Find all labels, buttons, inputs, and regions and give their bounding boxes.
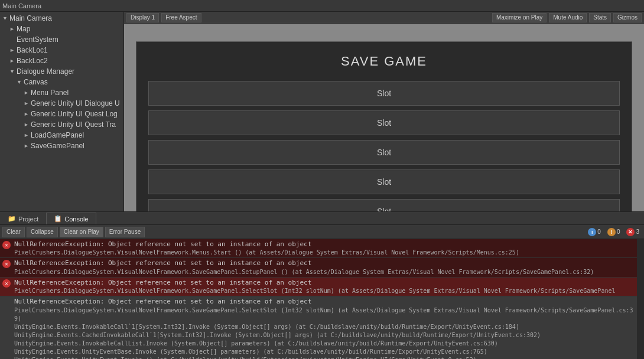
game-view-panel: Display 1 Free Aspect Maximize on Play M… xyxy=(124,12,644,211)
main-area: ▼ Main Camera ► Map EventSystem ► BackLo… xyxy=(0,12,644,211)
warn-badge: ! 0 xyxy=(605,228,623,236)
error-badge: ✕ 3 xyxy=(624,228,642,236)
sidebar-item-main-camera[interactable]: ▼ Main Camera xyxy=(0,13,123,24)
expand-icon: ► xyxy=(24,100,31,106)
slot-button-4[interactable]: Slot xyxy=(148,169,620,194)
error-count: 3 xyxy=(636,229,639,235)
slot-button-2[interactable]: Slot xyxy=(148,110,620,135)
hierarchy-panel: ▼ Main Camera ► Map EventSystem ► BackLo… xyxy=(0,12,124,211)
stats-button[interactable]: Stats xyxy=(589,13,611,22)
top-bar: Main Camera xyxy=(0,0,644,12)
error-badge-icon: ✕ xyxy=(626,228,635,236)
game-view-toolbar: Display 1 Free Aspect Maximize on Play M… xyxy=(124,12,644,24)
collapse-button[interactable]: Collapse xyxy=(27,227,58,237)
sidebar-item-label: BackLoc2 xyxy=(17,57,48,65)
expand-icon: ► xyxy=(24,90,31,96)
slot-button-1[interactable]: Slot xyxy=(148,81,620,106)
sidebar-item-menu-panel[interactable]: ► Menu Panel xyxy=(0,87,123,98)
sidebar-item-label: SaveGamePanel xyxy=(31,142,84,150)
save-game-panel: SAVE GAME Slot Slot Slot Slot Slot Back xyxy=(136,41,632,211)
sidebar-item-backloc2[interactable]: ► BackLoc2 xyxy=(0,56,123,66)
expand-icon: ► xyxy=(9,58,17,64)
sidebar-item-label: Canvas xyxy=(24,78,48,86)
console-output: ✕ NullReferenceException: Object referen… xyxy=(0,239,637,359)
project-icon: 📁 xyxy=(8,215,16,223)
hierarchy-tree: ▼ Main Camera ► Map EventSystem ► BackLo… xyxy=(0,12,123,211)
gizmos-button[interactable]: Gizmos xyxy=(613,13,642,22)
console-toolbar: Clear Collapse Clear on Play Error Pause… xyxy=(0,225,644,239)
display-button[interactable]: Display 1 xyxy=(126,13,159,22)
sidebar-item-label: Generic Unity UI Quest Log xyxy=(31,110,118,118)
info-badge: i 0 xyxy=(586,228,603,236)
sidebar-item-label: Main Camera xyxy=(9,14,52,22)
tab-project[interactable]: 📁 Project xyxy=(0,213,46,224)
sidebar-item-save-game-panel[interactable]: ► SaveGamePanel xyxy=(0,141,123,151)
clear-button[interactable]: Clear xyxy=(2,227,25,237)
expand-icon: ▼ xyxy=(2,15,9,21)
expand-icon: ► xyxy=(9,26,17,32)
info-count: 0 xyxy=(597,229,601,235)
sidebar-item-label: Dialogue Manager xyxy=(17,67,74,76)
game-area: SAVE GAME Slot Slot Slot Slot Slot Back xyxy=(124,24,644,211)
sidebar-item-generic-dialogue[interactable]: ► Generic Unity UI Dialogue U xyxy=(0,98,123,109)
sidebar-item-label: Generic Unity UI Quest Tra xyxy=(31,120,116,129)
sidebar-item-backloc1[interactable]: ► BackLoc1 xyxy=(0,45,123,56)
expand-icon: ► xyxy=(24,132,31,138)
console-line-4[interactable]: NullReferenceException: Object reference… xyxy=(0,296,637,359)
expand-icon: ► xyxy=(24,122,31,128)
tab-project-label: Project xyxy=(18,216,38,223)
expand-icon: ▼ xyxy=(17,79,24,85)
error-pause-button[interactable]: Error Pause xyxy=(105,227,145,237)
slot-button-5[interactable]: Slot xyxy=(148,199,620,211)
console-line-3[interactable]: ✕ NullReferenceException: Object referen… xyxy=(0,278,637,296)
error-icon-2: ✕ xyxy=(2,260,12,268)
sidebar-item-eventsystem[interactable]: EventSystem xyxy=(0,34,123,45)
expand-icon: ▼ xyxy=(9,68,17,74)
console-line-2[interactable]: ✕ NullReferenceException: Object referen… xyxy=(0,258,637,277)
sidebar-item-label: EventSystem xyxy=(17,35,58,44)
save-game-title: SAVE GAME xyxy=(148,54,620,69)
sidebar-item-map[interactable]: ► Map xyxy=(0,24,123,34)
bottom-tabs: 📁 Project 📋 Console xyxy=(0,212,644,225)
sidebar-item-label: Menu Panel xyxy=(31,89,69,97)
scrollbar[interactable] xyxy=(637,239,644,359)
warn-count: 0 xyxy=(617,229,620,235)
error-icon-1: ✕ xyxy=(2,241,12,249)
sidebar-item-load-game-panel[interactable]: ► LoadGamePanel xyxy=(0,130,123,141)
slot-button-3[interactable]: Slot xyxy=(148,140,620,165)
sidebar-item-label: Map xyxy=(17,25,30,33)
main-camera-label: Main Camera xyxy=(2,2,41,9)
expand-icon xyxy=(9,37,17,43)
console-icon: 📋 xyxy=(54,215,62,223)
bottom-panel: 📁 Project 📋 Console Clear Collapse Clear… xyxy=(0,211,644,359)
tab-console-label: Console xyxy=(64,216,88,223)
sidebar-item-label: Generic Unity UI Dialogue U xyxy=(31,99,120,107)
info-badge-icon: i xyxy=(588,228,596,236)
console-text-3: NullReferenceException: Object reference… xyxy=(14,278,635,295)
sidebar-item-dialogue-manager[interactable]: ▼ Dialogue Manager xyxy=(0,66,123,77)
console-text-1: NullReferenceException: Object reference… xyxy=(14,240,635,257)
console-text-2: NullReferenceException: Object reference… xyxy=(14,259,635,276)
sidebar-item-label: LoadGamePanel xyxy=(31,131,84,139)
free-aspect-button[interactable]: Free Aspect xyxy=(161,13,201,22)
console-text-4: NullReferenceException: Object reference… xyxy=(14,297,635,359)
warn-badge-icon: ! xyxy=(607,228,616,236)
sidebar-item-canvas[interactable]: ▼ Canvas xyxy=(0,77,123,87)
mute-audio-button[interactable]: Mute Audio xyxy=(549,13,587,22)
tab-console[interactable]: 📋 Console xyxy=(46,213,96,224)
maximize-on-play-button[interactable]: Maximize on Play xyxy=(492,13,547,22)
error-icon-3: ✕ xyxy=(2,279,12,288)
console-line-1[interactable]: ✕ NullReferenceException: Object referen… xyxy=(0,239,637,258)
sidebar-item-label: BackLoc1 xyxy=(17,46,48,54)
clear-on-play-button[interactable]: Clear on Play xyxy=(60,227,103,237)
sidebar-item-generic-quest-tracker[interactable]: ► Generic Unity UI Quest Tra xyxy=(0,119,123,130)
expand-icon: ► xyxy=(9,47,17,53)
sidebar-item-generic-quest-log[interactable]: ► Generic Unity UI Quest Log xyxy=(0,109,123,119)
expand-icon: ► xyxy=(24,111,31,117)
expand-icon: ► xyxy=(24,143,31,149)
